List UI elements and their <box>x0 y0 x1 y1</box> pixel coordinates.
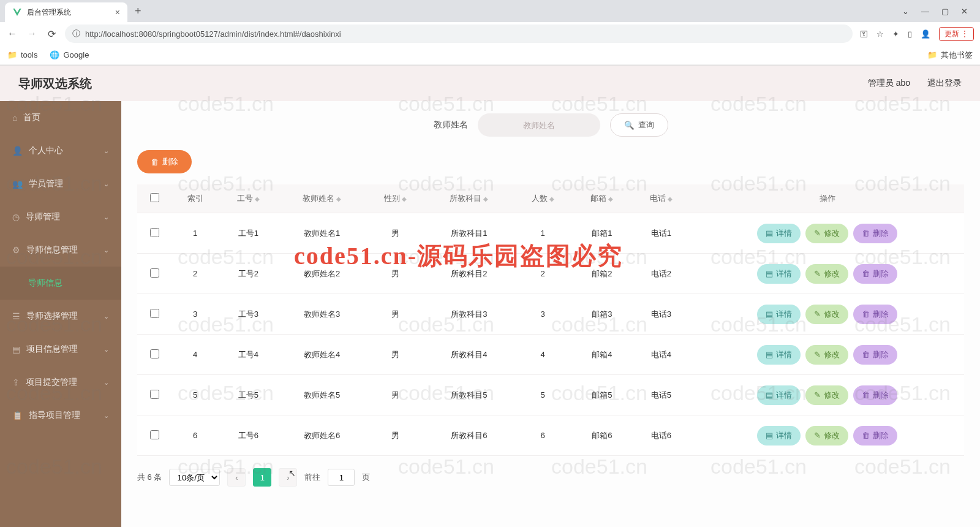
col-header[interactable]: 人数◆ <box>513 184 573 213</box>
update-button[interactable]: 更新⋮ <box>939 27 974 41</box>
star-icon[interactable]: ☆ <box>876 29 884 39</box>
bookmark-other[interactable]: 📁 其他书签 <box>927 50 973 61</box>
col-header[interactable]: 所教科目◆ <box>425 184 513 213</box>
query-button[interactable]: 🔍 查询 <box>610 113 668 137</box>
doc-icon: ▤ <box>766 431 773 440</box>
goto-input[interactable] <box>328 469 355 486</box>
new-tab-button[interactable]: + <box>135 5 141 18</box>
select-all-checkbox[interactable] <box>150 193 159 202</box>
url-input[interactable]: ⓘ http://localhost:8080/springboot05127/… <box>65 25 853 43</box>
cell-email: 邮箱5 <box>572 375 631 415</box>
detail-button[interactable]: ▤详情 <box>757 345 801 365</box>
browser-tab[interactable]: 后台管理系统 × <box>5 2 127 22</box>
search-input[interactable] <box>478 113 600 137</box>
detail-button[interactable]: ▤详情 <box>757 224 801 243</box>
col-header[interactable]: 邮箱◆ <box>572 184 631 213</box>
cell-job: 工号4 <box>219 335 278 375</box>
vue-favicon-icon <box>12 7 22 17</box>
col-header[interactable]: 教师姓名◆ <box>278 184 366 213</box>
chevron-down-icon: ⌄ <box>104 346 109 354</box>
goto-label: 前往 <box>304 472 320 483</box>
sort-icon: ◆ <box>336 195 341 202</box>
page-size-select[interactable]: 10条/页 <box>169 469 220 486</box>
col-header[interactable]: 索引 <box>172 184 219 213</box>
cell-subject: 所教科目2 <box>425 254 513 294</box>
doc-icon: ▤ <box>766 229 773 238</box>
sidebar-item-首页[interactable]: ⌂首页 <box>0 101 121 134</box>
back-button[interactable]: ← <box>6 28 18 39</box>
edit-button[interactable]: ✎修改 <box>805 385 848 405</box>
cell-gender: 男 <box>366 335 425 375</box>
sidebar-item-项目信息管理[interactable]: ▤项目信息管理⌄ <box>0 333 121 366</box>
user-label[interactable]: 管理员 abo <box>868 78 910 89</box>
detail-button[interactable]: ▤详情 <box>757 264 801 284</box>
bulk-delete-button[interactable]: 🗑 删除 <box>137 150 192 173</box>
next-page-button[interactable]: › <box>279 468 297 487</box>
doc-icon: ▤ <box>766 390 773 400</box>
close-window-icon[interactable]: ✕ <box>961 7 968 16</box>
table-row: 1工号1教师姓名1男所教科目11邮箱1电话1▤详情✎修改🗑删除 <box>137 213 964 254</box>
reader-icon[interactable]: ▯ <box>908 29 912 39</box>
key-icon[interactable]: ⚿ <box>860 29 868 39</box>
cell-job: 工号1 <box>219 213 278 254</box>
sidebar-item-导师信息[interactable]: 导师信息 <box>0 267 121 300</box>
edit-button[interactable]: ✎修改 <box>805 224 848 243</box>
search-icon: 🔍 <box>624 121 635 130</box>
detail-button[interactable]: ▤详情 <box>757 305 801 324</box>
sidebar-item-个人中心[interactable]: 👤个人中心⌄ <box>0 134 121 167</box>
row-delete-button[interactable]: 🗑删除 <box>853 385 897 405</box>
row-checkbox[interactable] <box>150 309 159 318</box>
gear-icon: ⚙ <box>12 245 20 255</box>
row-checkbox[interactable] <box>150 390 159 399</box>
page-1-button[interactable]: 1 <box>253 468 271 487</box>
detail-button[interactable]: ▤详情 <box>757 385 801 405</box>
sidebar-item-项目提交管理[interactable]: ⇪项目提交管理⌄ <box>0 366 121 399</box>
cell-gender: 男 <box>366 375 425 415</box>
row-checkbox[interactable] <box>150 268 159 278</box>
row-delete-button[interactable]: 🗑删除 <box>853 264 897 284</box>
edit-button[interactable]: ✎修改 <box>805 426 848 445</box>
chevron-down-icon[interactable]: ⌄ <box>902 7 909 16</box>
reload-button[interactable]: ⟳ <box>45 28 58 40</box>
tab-bar: 后台管理系统 × + ⌄ — ▢ ✕ <box>0 0 980 22</box>
cell-idx: 2 <box>172 254 219 294</box>
maximize-icon[interactable]: ▢ <box>941 7 949 16</box>
row-delete-button[interactable]: 🗑删除 <box>853 305 897 324</box>
row-checkbox[interactable] <box>150 430 159 439</box>
row-delete-button[interactable]: 🗑删除 <box>853 224 897 243</box>
sidebar-item-导师信息管理[interactable]: ⚙导师信息管理⌄ <box>0 233 121 267</box>
sidebar-item-导师选择管理[interactable]: ☰导师选择管理⌄ <box>0 300 121 333</box>
col-header[interactable]: 电话◆ <box>631 184 691 213</box>
home-icon: ⌂ <box>12 113 17 123</box>
edit-button[interactable]: ✎修改 <box>805 264 848 284</box>
sort-icon: ◆ <box>668 195 673 202</box>
total-count: 共 6 条 <box>137 472 162 483</box>
close-icon[interactable]: × <box>115 7 120 17</box>
sidebar-item-指导项目管理[interactable]: 📋指导项目管理⌄ <box>0 399 121 432</box>
sidebar-item-学员管理[interactable]: 👥学员管理⌄ <box>0 167 121 200</box>
cell-name: 教师姓名5 <box>278 375 366 415</box>
detail-button[interactable]: ▤详情 <box>757 426 801 445</box>
cell-job: 工号6 <box>219 415 278 456</box>
trash-icon: 🗑 <box>862 269 870 278</box>
row-checkbox[interactable] <box>150 228 159 237</box>
bookmark-google[interactable]: 🌐 Google <box>50 50 89 59</box>
doc-icon: ▤ <box>766 309 773 319</box>
logout-link[interactable]: 退出登录 <box>927 78 962 89</box>
col-header[interactable]: 性别◆ <box>366 184 425 213</box>
minimize-icon[interactable]: — <box>921 7 929 16</box>
forward-button[interactable]: → <box>26 28 38 39</box>
puzzle-icon[interactable]: ✦ <box>892 29 899 39</box>
sidebar-item-导师管理[interactable]: ◷导师管理⌄ <box>0 200 121 233</box>
bookmark-tools[interactable]: 📁 tools <box>7 50 37 59</box>
edit-button[interactable]: ✎修改 <box>805 345 848 365</box>
data-table: 索引工号◆教师姓名◆性别◆所教科目◆人数◆邮箱◆电话◆操作 1工号1教师姓名1男… <box>137 184 964 456</box>
prev-page-button[interactable]: ‹ <box>227 468 246 487</box>
row-delete-button[interactable]: 🗑删除 <box>853 345 897 365</box>
row-checkbox[interactable] <box>150 349 159 358</box>
edit-button[interactable]: ✎修改 <box>805 305 848 324</box>
col-header[interactable]: 工号◆ <box>219 184 278 213</box>
row-delete-button[interactable]: 🗑删除 <box>853 426 897 445</box>
trash-icon: 🗑 <box>862 229 870 238</box>
profile-icon[interactable]: 👤 <box>921 29 930 39</box>
